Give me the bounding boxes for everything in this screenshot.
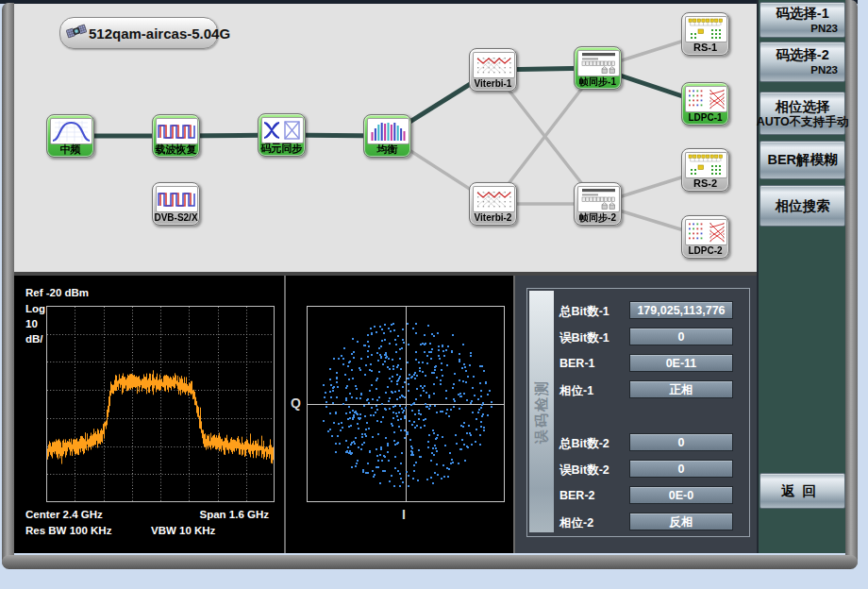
status-row-error-bits-1: 误Bit数-10 <box>527 328 749 346</box>
center-freq-label: Center 2.4 GHz <box>25 509 103 520</box>
trellis-icon <box>473 186 515 212</box>
status-value-phase-1: 正相 <box>629 380 733 398</box>
status-label-ber-2: BER-2 <box>559 489 595 502</box>
ldpc-graph-icon <box>685 86 727 112</box>
rs-tree-icon <box>685 16 727 42</box>
status-row-ber-2: BER-20E-0 <box>527 486 749 505</box>
satellite-icon <box>66 21 87 45</box>
sidebar-button-phase-select[interactable]: 相位选择AUTO不支持手动 <box>760 92 845 135</box>
q-axis-label: Q <box>291 395 301 411</box>
status-value-total-bits-2: 0 <box>629 433 733 451</box>
node-label: 码元同步 <box>261 143 303 155</box>
sidebar-button-back[interactable]: 返回 <box>760 473 845 509</box>
ldpc-graph-icon <box>685 219 727 245</box>
node-mayuan[interactable]: 码元同步 <box>258 113 306 157</box>
ber-status-panel: 误码检测 总Bit数-1179,025,113,776误Bit数-10BER-1… <box>515 276 757 553</box>
sidebar-button-label: 码选择-1 <box>760 6 844 22</box>
i-axis-label: I <box>402 507 406 522</box>
node-label: DVB-S2/X <box>154 211 197 224</box>
node-zhongpin[interactable]: 中频 <box>46 114 94 158</box>
status-value-error-bits-1: 0 <box>629 328 733 345</box>
status-label-total-bits-2: 总Bit数-2 <box>559 436 609 452</box>
status-label-ber-1: BER-1 <box>559 357 595 370</box>
rs-tree-icon <box>685 152 727 178</box>
node-label: 均衡 <box>377 143 398 156</box>
node-junheng[interactable]: 均衡 <box>363 114 411 158</box>
window-frame-right <box>845 0 858 568</box>
node-ldpc2[interactable]: LDPC-2 <box>681 215 729 259</box>
status-value-ber-1: 0E-11 <box>629 354 733 372</box>
sidebar-button-label: 相位选择 <box>760 99 844 115</box>
trellis-icon <box>473 52 515 78</box>
sidebar-button-phase-search[interactable]: 相位搜索 <box>760 185 845 227</box>
status-row-error-bits-2: 误Bit数-20 <box>527 460 749 479</box>
squarewave-icon <box>156 118 198 144</box>
node-label: RS-2 <box>693 177 717 190</box>
scale-db-label: dB/ <box>25 333 43 345</box>
node-label: Viterbi-2 <box>475 211 512 224</box>
status-label-phase-1: 相位-1 <box>559 383 593 399</box>
status-row-ber-1: BER-10E-11 <box>527 354 749 373</box>
status-label-phase-2: 相位-2 <box>559 515 593 531</box>
spectrum-analyzer-panel: Ref -20 dBm Log 10 dB/ Center 2.4 GHz Sp… <box>14 276 284 553</box>
equalizer-bars-icon <box>367 118 409 144</box>
status-row-phase-1: 相位-1正相 <box>527 380 749 399</box>
status-value-total-bits-1: 179,025,113,776 <box>629 301 733 319</box>
node-label: 帧同步-1 <box>579 76 616 88</box>
bandpass-icon <box>50 118 92 144</box>
status-label-error-bits-1: 误Bit数-1 <box>559 330 609 346</box>
node-label: LDPC-2 <box>688 244 722 257</box>
window-frame-bottom <box>2 555 858 569</box>
node-label: LDPC-1 <box>688 111 722 124</box>
node-label: 帧同步-2 <box>579 211 616 224</box>
constellation-plot <box>307 306 505 502</box>
spectrum-plot <box>46 306 275 502</box>
eye-diagram-icon <box>261 117 304 143</box>
status-value-ber-2: 0E-0 <box>629 486 733 504</box>
ber-status-box: 误码检测 总Bit数-1179,025,113,776误Bit数-10BER-1… <box>526 288 750 537</box>
node-viterbi2[interactable]: Viterbi-2 <box>469 182 517 226</box>
node-zaibo[interactable]: 载波恢复 <box>152 114 200 158</box>
scale-10-label: 10 <box>25 318 38 329</box>
rbw-label: Res BW 100 KHz <box>25 525 111 536</box>
node-frame2[interactable]: 帧同步-2 <box>574 182 622 226</box>
node-dvb[interactable]: DVB-S2/X <box>152 182 200 226</box>
ref-level-label: Ref -20 dBm <box>25 287 89 298</box>
status-row-phase-2: 相位-2反相 <box>527 513 749 531</box>
node-label: 载波恢复 <box>156 143 197 156</box>
node-label: RS-1 <box>693 42 717 54</box>
squarewave-icon <box>156 186 198 212</box>
signal-source-button[interactable]: 512qam-aircas-5.04G <box>59 17 218 49</box>
status-value-error-bits-2: 0 <box>629 460 733 478</box>
status-row-total-bits-1: 总Bit数-1179,025,113,776 <box>527 301 749 320</box>
window-frame-left <box>2 3 14 568</box>
node-rs1[interactable]: RS-1 <box>681 12 729 56</box>
node-frame1[interactable]: 帧同步-1 <box>574 46 622 90</box>
sidebar-button-code-select-1[interactable]: 码选择-1PN23 <box>760 2 845 38</box>
status-label-error-bits-2: 误Bit数-2 <box>559 463 609 479</box>
signal-name-label: 512qam-aircas-5.04G <box>89 25 230 42</box>
frame-sync-icon <box>577 50 620 76</box>
frame-sync-icon <box>577 186 620 212</box>
sidebar-button-code-select-2[interactable]: 码选择-2PN23 <box>760 42 845 82</box>
sidebar-button-ber-disambiguation[interactable]: BER解模糊 <box>760 141 845 179</box>
status-label-total-bits-1: 总Bit数-1 <box>559 304 609 320</box>
sidebar-menu: 码选择-1PN23码选择-2PN23相位选择AUTO不支持手动BER解模糊相位搜… <box>757 0 845 553</box>
status-value-phase-2: 反相 <box>629 513 733 530</box>
status-row-total-bits-2: 总Bit数-20 <box>527 433 749 452</box>
sidebar-button-sublabel: PN23 <box>810 63 844 76</box>
sidebar-button-label: 码选择-2 <box>760 47 844 63</box>
demodulator-app: { "header": { "signal_button": { "label"… <box>0 0 868 589</box>
node-viterbi1[interactable]: Viterbi-1 <box>469 48 517 92</box>
scale-log-label: Log <box>25 303 45 314</box>
sidebar-button-label: BER解模糊 <box>760 152 844 168</box>
span-label: Span 1.6 GHz <box>200 509 270 520</box>
vbw-label: VBW 10 KHz <box>151 525 215 536</box>
node-ldpc1[interactable]: LDPC-1 <box>681 82 729 126</box>
sidebar-button-label: 相位搜索 <box>760 198 844 214</box>
sidebar-button-label: 返回 <box>760 483 844 499</box>
constellation-panel: Q I <box>286 276 513 553</box>
node-rs2[interactable]: RS-2 <box>681 148 729 192</box>
node-label: Viterbi-1 <box>475 77 512 90</box>
sidebar-button-sublabel: AUTO不支持手动 <box>757 115 849 128</box>
